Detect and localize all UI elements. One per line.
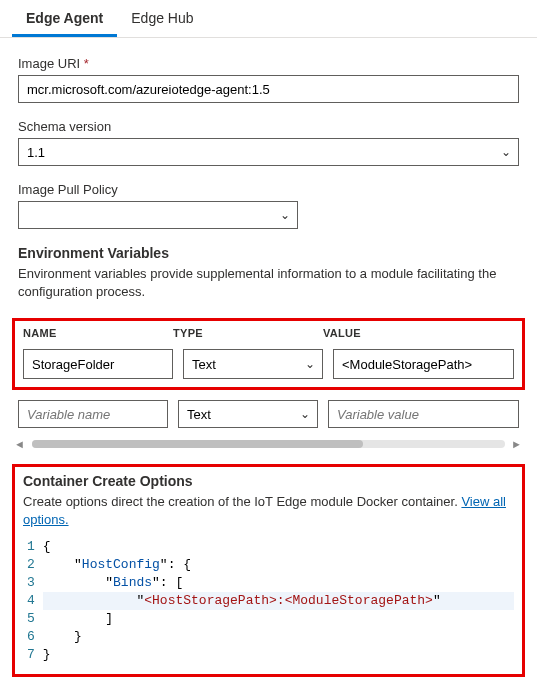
container-desc: Create options direct the creation of th… — [23, 493, 514, 528]
code-l4a: " — [43, 593, 144, 608]
col-value: VALUE — [323, 327, 514, 339]
env-value-input-2[interactable] — [328, 400, 519, 428]
image-uri-label: Image URI * — [18, 56, 519, 71]
env-type-select[interactable]: ⌄ — [183, 349, 323, 379]
env-value-input[interactable] — [333, 349, 514, 379]
code-l3a: " — [43, 575, 113, 590]
env-type-value[interactable] — [183, 349, 323, 379]
form-area: Image URI * Schema version ⌄ Image Pull … — [0, 38, 537, 318]
code-lines[interactable]: { "HostConfig": { "Binds": [ "<HostStora… — [43, 536, 514, 666]
code-l3b: ": [ — [152, 575, 183, 590]
env-vars-desc: Environment variables provide supplement… — [18, 265, 519, 300]
col-name: NAME — [23, 327, 173, 339]
code-l5: ] — [43, 611, 113, 626]
code-l3key: Binds — [113, 575, 152, 590]
scroll-track[interactable] — [32, 440, 505, 448]
image-pull-policy-select[interactable]: ⌄ — [18, 201, 298, 229]
scroll-right-icon[interactable]: ► — [511, 438, 523, 450]
schema-version-label: Schema version — [18, 119, 519, 134]
container-title: Container Create Options — [23, 473, 514, 489]
image-uri-input[interactable] — [18, 75, 519, 103]
code-l4str: <HostStoragePath>:<ModuleStoragePath> — [144, 593, 433, 608]
env-name-input[interactable] — [23, 349, 173, 379]
env-name-input-2[interactable] — [18, 400, 168, 428]
required-asterisk: * — [84, 56, 89, 71]
tab-bar: Edge Agent Edge Hub — [0, 0, 537, 38]
code-l4b: " — [433, 593, 441, 608]
env-row-2: ⌄ — [0, 396, 537, 436]
image-uri-block: Image URI * — [18, 56, 519, 103]
env-type-select-2[interactable]: ⌄ — [178, 400, 318, 428]
code-l6: } — [43, 629, 82, 644]
schema-version-select[interactable]: ⌄ — [18, 138, 519, 166]
image-pull-policy-value[interactable] — [18, 201, 298, 229]
code-l2key: HostConfig — [82, 557, 160, 572]
code-l1: { — [43, 539, 51, 554]
schema-version-block: Schema version ⌄ — [18, 119, 519, 166]
col-type: TYPE — [173, 327, 323, 339]
env-vars-highlight: NAME TYPE VALUE ⌄ — [12, 318, 525, 390]
schema-version-value[interactable] — [18, 138, 519, 166]
horizontal-scrollbar[interactable]: ◄ ► — [0, 436, 537, 464]
image-uri-label-text: Image URI — [18, 56, 80, 71]
code-gutter: 1234567 — [23, 536, 43, 666]
image-pull-policy-label: Image Pull Policy — [18, 182, 519, 197]
container-create-options-highlight: Container Create Options Create options … — [12, 464, 525, 677]
env-vars-title: Environment Variables — [18, 245, 519, 261]
env-type-value-2[interactable] — [178, 400, 318, 428]
code-l7: } — [43, 647, 51, 662]
scroll-left-icon[interactable]: ◄ — [14, 438, 26, 450]
tab-edge-agent[interactable]: Edge Agent — [12, 0, 117, 37]
code-l2b: ": { — [160, 557, 191, 572]
code-editor[interactable]: 1234567 { "HostConfig": { "Binds": [ "<H… — [23, 536, 514, 666]
tab-edge-hub[interactable]: Edge Hub — [117, 0, 207, 37]
env-row-1: ⌄ — [15, 345, 522, 387]
scroll-thumb[interactable] — [32, 440, 363, 448]
code-l2a: " — [43, 557, 82, 572]
image-pull-policy-block: Image Pull Policy ⌄ — [18, 182, 519, 229]
env-table-header: NAME TYPE VALUE — [15, 321, 522, 345]
container-desc-text: Create options direct the creation of th… — [23, 494, 461, 509]
